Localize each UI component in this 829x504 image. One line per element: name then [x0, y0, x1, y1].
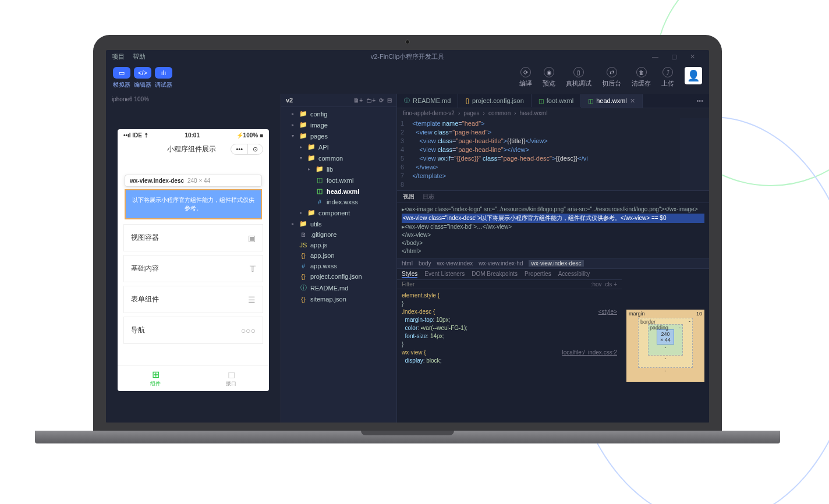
action-preview[interactable]: ◉预览 [543, 67, 555, 88]
window-controls: — ▢ ✕ [652, 53, 703, 61]
editor-tab-head-wxml[interactable]: ◫head.wxml✕ [581, 94, 643, 108]
menu-bar: 项目 帮助 v2-FinClip小程序开发工具 — ▢ ✕ [106, 50, 709, 63]
more-icon[interactable]: ••• [231, 144, 248, 154]
minimap[interactable] [680, 118, 709, 190]
camera-dot [405, 40, 410, 44]
tree-node-API[interactable]: ▸📁API [281, 141, 396, 152]
eye-icon: ◉ [544, 67, 554, 77]
switch-icon: ⇄ [607, 67, 617, 77]
maximize-icon[interactable]: ▢ [671, 53, 677, 61]
tab-components[interactable]: ⊞组件 [118, 365, 193, 391]
inspect-tooltip: wx-view.index-desc240 × 44 [125, 175, 262, 187]
capsule-menu[interactable]: •••⊙ [231, 144, 263, 155]
devtools-tab-view[interactable]: 视图 [403, 193, 414, 201]
code-body[interactable]: <template name="head"> <view class="page… [410, 118, 590, 190]
dom-tree[interactable]: ▸<wx-image class="index-logo" src="../re… [397, 203, 709, 258]
close-tab-icon[interactable]: ✕ [630, 97, 635, 105]
laptop-frame: 项目 帮助 v2-FinClip小程序开发工具 — ▢ ✕ ▭模拟器 </>编辑… [93, 35, 722, 443]
breadcrumb: fino-applet-demo-v2›pages›common›head.wx… [397, 108, 709, 118]
menu-help[interactable]: 帮助 [133, 52, 146, 61]
text-icon: 𝕋 [250, 264, 256, 274]
mode-editor[interactable]: </>编辑器 [134, 67, 151, 89]
tab-dom-breakpoints[interactable]: DOM Breakpoints [472, 271, 518, 278]
compile-icon: ⟳ [520, 67, 531, 77]
file-explorer: v2 🗎+ 🗀+ ⟳ ⊟ ▸📁config▸📁image▾📁pages▸📁API… [281, 94, 397, 423]
tree-node-config[interactable]: ▸📁config [281, 108, 396, 119]
tab-accessibility[interactable]: Accessibility [558, 271, 590, 278]
new-folder-icon[interactable]: 🗀+ [366, 97, 375, 104]
tab-api[interactable]: ◻接口 [193, 365, 269, 391]
menu-item-navigation[interactable]: 导航○○○ [123, 317, 263, 344]
minimize-icon[interactable]: — [652, 53, 658, 61]
ide-window: 项目 帮助 v2-FinClip小程序开发工具 — ▢ ✕ ▭模拟器 </>编辑… [106, 50, 709, 423]
editor-tab-README-md[interactable]: ⓘREADME.md [397, 94, 458, 108]
container-icon: ▣ [248, 233, 256, 243]
api-icon: ◻ [193, 369, 269, 380]
action-upload[interactable]: ⤴上传 [661, 67, 674, 88]
menu-item-form[interactable]: 表单组件☰ [123, 286, 263, 313]
phone-preview: ••ıl IDE ⇡ 10:01 ⚡100% ■ 小程序组件展示 •••⊙ wx… [118, 129, 269, 391]
tree-node-project-config-json[interactable]: {}project.config.json [281, 271, 396, 282]
tree-node-head-wxml[interactable]: ◫head.wxml [281, 186, 396, 197]
devtools-panel: 视图 日志 ▸<wx-image class="index-logo" src=… [397, 190, 709, 423]
menu-project[interactable]: 项目 [112, 52, 125, 61]
dom-breadcrumb: html body wx-view.index wx-view.index-hd… [397, 258, 709, 269]
editor-tab-project-config-json[interactable]: {}project.config.json [458, 94, 531, 107]
action-remote[interactable]: ▯真机调试 [566, 67, 591, 88]
upload-icon: ⤴ [663, 67, 673, 77]
styles-rules[interactable]: element.style { } .index-desc {<style> m… [397, 289, 622, 423]
action-compile[interactable]: ⟳编译 [519, 67, 532, 88]
tree-node-image[interactable]: ▸📁image [281, 119, 396, 130]
line-gutter: 12345678 [397, 118, 410, 190]
collapse-icon[interactable]: ⊟ [387, 97, 392, 104]
simulator-device-label: iphone6 100% [106, 94, 281, 105]
dom-selected-node[interactable]: <wx-view class="index-desc">以下将展示小程序官方组件… [402, 214, 704, 223]
styles-filter-input[interactable] [402, 281, 591, 288]
menu-item-view-container[interactable]: 视图容器▣ [123, 224, 263, 251]
tree-node-index-wxss[interactable]: #index.wxss [281, 197, 396, 207]
laptop-base [35, 431, 780, 443]
tabs-overflow-icon[interactable]: ••• [690, 94, 709, 107]
list-icon: ☰ [248, 295, 256, 304]
menu-item-basic-content[interactable]: 基础内容𝕋 [123, 255, 263, 282]
action-clear-cache[interactable]: 🗑清缓存 [632, 67, 651, 88]
action-background[interactable]: ⇄切后台 [602, 67, 621, 88]
tree-node-lib[interactable]: ▸📁lib [281, 164, 396, 175]
trash-icon: 🗑 [636, 67, 647, 77]
dots-icon: ○○○ [241, 326, 256, 335]
new-file-icon[interactable]: 🗎+ [353, 97, 363, 104]
tree-node-app-wxss[interactable]: #app.wxss [281, 261, 396, 271]
close-icon[interactable]: ✕ [690, 53, 695, 61]
tree-node-component[interactable]: ▸📁component [281, 207, 396, 218]
styles-filter-controls[interactable]: :hov .cls + [591, 281, 617, 288]
tree-node-sitemap-json[interactable]: {}sitemap.json [281, 294, 396, 304]
styles-tabs: Styles Event Listeners DOM Breakpoints P… [397, 269, 622, 280]
tab-styles[interactable]: Styles [402, 271, 417, 278]
window-title: v2-FinClip小程序开发工具 [371, 52, 445, 61]
code-editor[interactable]: 12345678 <template name="head"> <view cl… [397, 118, 709, 190]
user-avatar[interactable]: 👤 [685, 67, 702, 84]
devtools-tab-log[interactable]: 日志 [423, 193, 434, 201]
selected-element[interactable]: 以下将展示小程序官方组件能力，组件样式仅供参考。 [125, 189, 262, 219]
box-model: 10 - - 240 × 44 - - - [622, 269, 709, 423]
project-root-label: v2 [286, 97, 293, 104]
tree-node--gitignore[interactable]: 🗎.gitignore [281, 229, 396, 240]
tab-event-listeners[interactable]: Event Listeners [424, 271, 465, 278]
mode-simulator[interactable]: ▭模拟器 [113, 67, 130, 89]
tree-node-app-js[interactable]: JSapp.js [281, 240, 396, 250]
tree-node-utils[interactable]: ▸📁utils [281, 218, 396, 229]
phone-icon: ▯ [573, 67, 584, 77]
tree-node-README-md[interactable]: ⓘREADME.md [281, 282, 396, 294]
tree-node-foot-wxml[interactable]: ◫foot.wxml [281, 175, 396, 186]
tree-node-app-json[interactable]: {}app.json [281, 250, 396, 261]
tab-properties[interactable]: Properties [525, 271, 551, 278]
phone-tabbar: ⊞组件 ◻接口 [118, 365, 269, 391]
refresh-icon[interactable]: ⟳ [379, 97, 384, 104]
grid-icon: ⊞ [118, 369, 193, 380]
editor-tabs: ⓘREADME.md{}project.config.json◫foot.wxm… [397, 94, 709, 108]
mode-debugger[interactable]: ılı调试器 [155, 67, 172, 89]
tree-node-common[interactable]: ▾📁common [281, 152, 396, 164]
editor-tab-foot-wxml[interactable]: ◫foot.wxml [532, 94, 581, 107]
close-circle-icon[interactable]: ⊙ [248, 144, 263, 154]
tree-node-pages[interactable]: ▾📁pages [281, 130, 396, 141]
